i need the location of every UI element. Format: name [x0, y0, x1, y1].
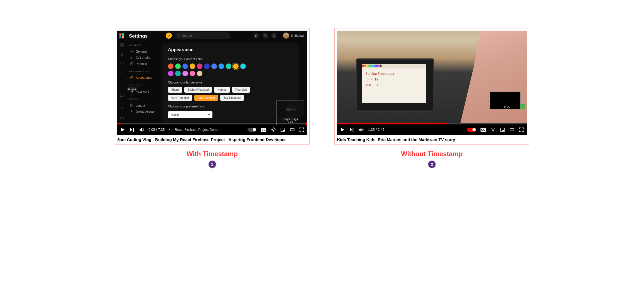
- section-preferences: PREFERENCES: [129, 70, 160, 73]
- svg-rect-22: [131, 92, 133, 93]
- cc-icon[interactable]: CC: [261, 128, 266, 132]
- panel-heading: Appearance: [168, 47, 293, 52]
- cc-icon[interactable]: CC: [480, 128, 486, 132]
- color-swatch[interactable]: [197, 63, 202, 69]
- rail-bulb-icon[interactable]: [120, 52, 124, 56]
- sidebar-item-delete[interactable]: Delete Account: [129, 109, 160, 115]
- sidebar-item-portfolio[interactable]: Portfolio: [129, 61, 160, 67]
- top-bar: Search... ? Emilia Iwu: [162, 31, 307, 41]
- settings-gear-icon[interactable]: [271, 127, 276, 132]
- svg-rect-11: [120, 94, 123, 97]
- next-icon[interactable]: [130, 127, 135, 132]
- rail-chat-icon[interactable]: [120, 61, 124, 65]
- sidebar-item-logout[interactable]: Logout: [129, 102, 160, 109]
- play-icon[interactable]: [120, 127, 125, 132]
- palette-icon: [130, 76, 133, 79]
- border-option[interactable]: Normal: [214, 87, 230, 93]
- section-security: SECURITY: [129, 84, 160, 87]
- color-swatch[interactable]: [240, 63, 246, 69]
- svg-point-24: [178, 35, 179, 36]
- border-option[interactable]: Sharp: [168, 87, 182, 93]
- svg-point-8: [121, 53, 123, 55]
- svg-line-25: [179, 36, 180, 37]
- theme-toggle[interactable]: [253, 33, 259, 39]
- autoplay-toggle[interactable]: [247, 128, 256, 132]
- sidebar-title: Settings: [129, 33, 160, 39]
- color-swatch[interactable]: [175, 71, 181, 76]
- sidebar-item-edit-profile[interactable]: Edit profile: [129, 55, 160, 61]
- border-option[interactable]: 3XL Rounded: [220, 95, 244, 101]
- color-swatch[interactable]: [190, 71, 195, 76]
- theater-icon[interactable]: [290, 127, 295, 132]
- theater-icon[interactable]: [509, 127, 514, 132]
- color-swatch[interactable]: [219, 63, 224, 69]
- font-label: Choose your preferred font: [168, 105, 293, 108]
- miniplayer-icon[interactable]: [280, 127, 285, 132]
- volume-icon[interactable]: [359, 127, 364, 132]
- settings-content: Search... ? Emilia Iwu Appearance Choose…: [162, 31, 307, 123]
- svg-marker-37: [350, 128, 352, 132]
- color-swatch[interactable]: [168, 71, 174, 76]
- chapter-preview-card[interactable]: Project Tags7:29: [276, 100, 304, 125]
- svg-rect-4: [120, 44, 122, 45]
- svg-rect-18: [131, 63, 133, 65]
- logout-icon: [130, 104, 133, 107]
- notifications-button[interactable]: [271, 33, 277, 39]
- color-swatch[interactable]: [182, 71, 188, 76]
- sidebar-item-general[interactable]: General: [129, 48, 160, 55]
- border-option[interactable]: Slightly Rounded: [184, 87, 212, 93]
- svg-rect-2: [119, 36, 122, 38]
- color-swatch[interactable]: [175, 63, 181, 69]
- svg-marker-39: [359, 128, 361, 132]
- rail-chart-icon[interactable]: [120, 70, 124, 74]
- person: [460, 31, 527, 123]
- svg-rect-6: [120, 46, 122, 47]
- help-icon: ?: [264, 34, 267, 37]
- color-swatch[interactable]: [190, 63, 195, 69]
- border-option[interactable]: 2XL Rounded: [194, 95, 218, 101]
- play-icon[interactable]: [340, 127, 345, 132]
- figure-b-caption: Without Timestamp: [401, 150, 463, 158]
- search-input[interactable]: Search...: [175, 32, 230, 39]
- rail-dashboard-icon[interactable]: [120, 43, 124, 47]
- figure-b-box: Solving Proportions 6 = 19 100 x ⬆ Pull …: [335, 28, 529, 144]
- volume-icon[interactable]: [139, 127, 144, 132]
- back-button[interactable]: [166, 33, 172, 39]
- next-icon[interactable]: [349, 127, 354, 132]
- color-swatch[interactable]: [197, 71, 202, 76]
- color-swatch[interactable]: [168, 63, 174, 69]
- chapter-link[interactable]: React Firebase Project Demo›: [175, 128, 221, 132]
- nav-rail: [117, 31, 126, 123]
- svg-marker-29: [130, 128, 132, 132]
- autoplay-toggle[interactable]: [467, 128, 476, 132]
- color-swatch[interactable]: [211, 63, 217, 69]
- video-player-a: Settings PROFILE General Edit profile Po…: [117, 31, 307, 135]
- color-swatch[interactable]: [233, 63, 239, 69]
- figure-without-timestamp: Solving Proportions 6 = 19 100 x ⬆ Pull …: [335, 28, 529, 168]
- settings-gear-icon[interactable]: [491, 127, 496, 132]
- help-button[interactable]: ?: [262, 33, 268, 39]
- color-swatch[interactable]: [182, 63, 188, 69]
- svg-point-32: [273, 129, 274, 131]
- border-option[interactable]: Very Rounded: [168, 95, 192, 101]
- rail-folder-icon[interactable]: [120, 93, 124, 97]
- rail-calendar-icon[interactable]: [120, 117, 124, 121]
- svg-point-16: [131, 51, 133, 52]
- chevron-down-icon: ▾: [208, 113, 210, 116]
- color-swatch[interactable]: [204, 63, 210, 69]
- font-select[interactable]: Nunito▾: [168, 111, 212, 118]
- accent-color-swatches: [168, 63, 246, 76]
- user-x-icon: [130, 110, 133, 113]
- video-frame-b: Solving Proportions 6 = 19 100 x ⬆ Pull …: [337, 31, 527, 123]
- user-menu[interactable]: Emilia Iwu: [283, 33, 304, 39]
- rail-trash-icon[interactable]: [120, 105, 124, 109]
- miniplayer-icon[interactable]: [500, 127, 505, 132]
- svg-text:?: ?: [265, 35, 266, 37]
- svg-rect-38: [353, 128, 353, 132]
- fullscreen-icon[interactable]: [299, 127, 304, 132]
- svg-point-21: [131, 77, 132, 78]
- border-option[interactable]: Rounded: [232, 87, 250, 93]
- fullscreen-icon[interactable]: [519, 127, 524, 132]
- sidebar-item-appearance[interactable]: Appearance: [129, 75, 160, 81]
- color-swatch[interactable]: [226, 63, 231, 69]
